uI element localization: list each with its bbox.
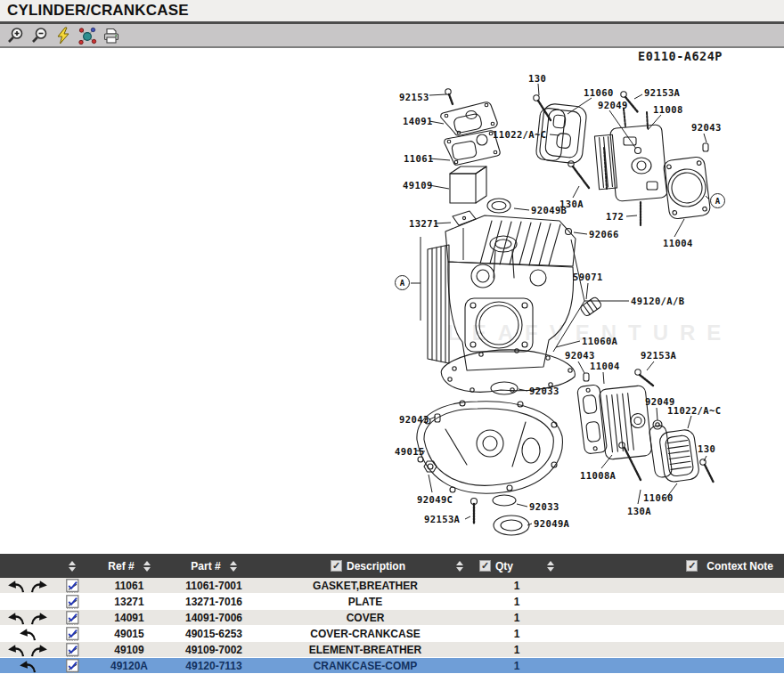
part-label[interactable]: 49120/A/B (631, 296, 685, 306)
part-label[interactable]: 172 (606, 211, 624, 222)
part-label[interactable]: 11004 (663, 238, 693, 248)
lightning-icon (53, 26, 73, 45)
table-row[interactable]: 49120A49120-7113CRANKCASE-COMP1 (0, 658, 784, 674)
part-label[interactable]: 14091 (403, 116, 433, 126)
undo-arrow-icon[interactable] (5, 611, 27, 625)
ref-cell: 49015 (89, 628, 169, 640)
table-body: 1106111061-7001GASKET,BREATHER1132711327… (0, 578, 784, 674)
undo-arrow-icon[interactable] (5, 579, 27, 593)
view-callout[interactable]: A (710, 193, 725, 208)
sort-description-icon[interactable] (456, 561, 463, 572)
part-label[interactable]: 11022/A~C (493, 129, 547, 140)
part-label[interactable]: 92049C (417, 494, 453, 505)
undo-arrow-icon[interactable] (17, 627, 38, 641)
part-label[interactable]: 11022/A~C (667, 405, 722, 416)
table-row[interactable]: 1106111061-7001GASKET,BREATHER1 (0, 578, 784, 594)
part-label[interactable]: 92153A (644, 87, 680, 98)
qty-checkbox[interactable]: ✓ (479, 560, 491, 572)
part-label[interactable]: 49109 (403, 180, 433, 191)
description-cell: GASKET,BREATHER (258, 580, 472, 592)
undo-arrow-icon[interactable] (5, 643, 27, 657)
hotspot-links-button[interactable] (77, 26, 98, 45)
part-label[interactable]: 92066 (589, 229, 619, 240)
description-cell: CRANKCASE-COMP (258, 660, 472, 672)
ref-cell: 13271 (89, 596, 169, 608)
row-actions (0, 659, 55, 673)
sort-note-icon[interactable] (69, 561, 76, 572)
table-row[interactable]: 1327113271-7016PLATE1 (0, 594, 784, 610)
flash-highlight-button[interactable] (53, 26, 74, 45)
edit-note-icon[interactable] (65, 611, 79, 625)
part-label[interactable]: 92153A (424, 514, 460, 524)
edit-note-icon[interactable] (65, 579, 79, 593)
description-cell: PLATE (258, 596, 472, 608)
redo-arrow-icon[interactable] (29, 643, 50, 657)
qty-cell: 1 (472, 660, 561, 672)
part-label[interactable]: 92049A (534, 518, 569, 529)
part-label[interactable]: 49015 (395, 446, 425, 457)
part-label[interactable]: 92049B (531, 205, 567, 215)
zoom-in-icon (5, 26, 25, 45)
redo-arrow-icon[interactable] (29, 579, 50, 593)
description-cell: COVER (258, 612, 472, 624)
part-label[interactable]: 130 (698, 443, 715, 454)
diagram-viewport[interactable]: LEAFVENTURE E0110-A624P 9215314091110614… (0, 48, 784, 554)
sort-qty-icon[interactable] (547, 561, 554, 572)
part-label[interactable]: 11008A (580, 470, 616, 481)
part-cell: 13271-7016 (169, 596, 258, 608)
ref-cell: 14091 (89, 612, 169, 624)
part-label[interactable]: 11004 (590, 361, 620, 371)
part-label[interactable]: 92033 (529, 501, 559, 512)
qty-cell: 1 (472, 644, 561, 656)
title-bar: CYLINDER/CRANKCASE (0, 0, 784, 21)
part-label[interactable]: 92043 (565, 350, 595, 361)
table-row[interactable]: 1409114091-7006COVER1 (0, 610, 784, 626)
print-button[interactable] (101, 26, 122, 45)
page-title: CYLINDER/CRANKCASE (7, 2, 189, 20)
row-actions (0, 579, 55, 593)
ref-cell: 49109 (89, 644, 169, 656)
part-label[interactable]: 130A (627, 506, 651, 516)
zoom-out-button[interactable] (29, 26, 50, 45)
sort-ref-icon[interactable] (143, 561, 151, 572)
context-note-checkbox[interactable]: ✓ (686, 560, 698, 572)
qty-cell: 1 (472, 628, 561, 640)
ref-cell: 49120A (89, 660, 169, 672)
part-header-label: Part # (191, 560, 220, 572)
part-label[interactable]: 92043 (399, 414, 429, 425)
qty-cell: 1 (472, 612, 561, 624)
part-label[interactable]: 11060A (582, 336, 617, 346)
part-label[interactable]: 92049 (598, 100, 628, 110)
part-label[interactable]: 92153 (399, 92, 429, 102)
undo-arrow-icon[interactable] (17, 659, 38, 673)
part-label[interactable]: 92043 (691, 122, 722, 133)
part-label[interactable]: 130 (528, 73, 546, 84)
part-label[interactable]: 11061 (404, 153, 434, 164)
description-checkbox[interactable]: ✓ (331, 560, 342, 572)
ref-header-label: Ref # (108, 560, 134, 572)
edit-note-icon[interactable] (65, 627, 79, 641)
description-cell: COVER-CRANKCASE (258, 628, 472, 640)
part-cell: 49015-6253 (169, 628, 258, 640)
part-label[interactable]: 13271 (409, 218, 439, 229)
part-label[interactable]: 92033 (529, 386, 559, 396)
zoom-out-icon (29, 26, 49, 45)
edit-note-icon[interactable] (65, 595, 79, 609)
table-row[interactable]: 4901549015-6253COVER-CRANKCASE1 (0, 626, 784, 642)
qty-cell: 1 (472, 580, 561, 592)
description-cell: ELEMENT-BREATHER (258, 644, 472, 656)
part-label[interactable]: 11060 (643, 492, 674, 503)
part-label[interactable]: 11060 (584, 87, 614, 98)
qty-header-label: Qty (495, 560, 513, 572)
view-callout[interactable]: A (395, 275, 410, 290)
part-label[interactable]: 92153A (641, 350, 676, 361)
table-row[interactable]: 4910949109-7002ELEMENT-BREATHER1 (0, 642, 784, 658)
part-label[interactable]: 11008 (653, 104, 683, 115)
edit-note-icon[interactable] (65, 659, 79, 673)
part-label[interactable]: 59071 (573, 272, 603, 282)
part-cell: 49109-7002 (169, 644, 258, 656)
zoom-in-button[interactable] (4, 26, 26, 45)
sort-part-icon[interactable] (230, 561, 237, 572)
redo-arrow-icon[interactable] (29, 611, 50, 625)
edit-note-icon[interactable] (65, 643, 79, 657)
